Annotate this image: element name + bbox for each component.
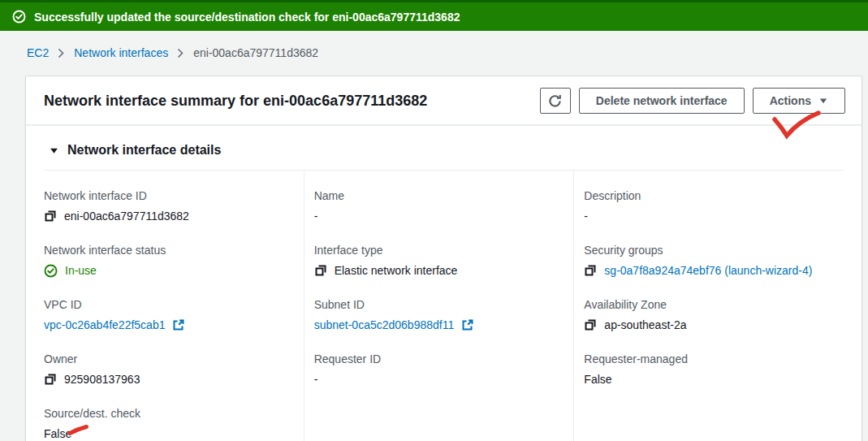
copy-icon[interactable] xyxy=(314,264,327,277)
field-value-row: subnet-0ca5c2d06b988df11 xyxy=(314,316,574,334)
field-value-row: vpc-0c26ab4fe22f5cab1 xyxy=(44,316,304,334)
delete-network-interface-button[interactable]: Delete network interface xyxy=(579,88,745,114)
field-value[interactable]: subnet-0ca5c2d06b988df11 xyxy=(314,316,455,334)
field-label: Network interface ID xyxy=(44,188,304,204)
field-value-row: - xyxy=(584,207,844,225)
field-value[interactable]: vpc-0c26ab4fe22f5cab1 xyxy=(44,316,165,334)
breadcrumb: EC2 Network interfaces eni-00ac6a797711d… xyxy=(27,46,868,59)
field-value: Elastic network interface xyxy=(335,262,458,279)
field-value-row: sg-0a7f8a924a74ebf76 (launch-wizard-4) xyxy=(584,262,844,279)
field-value-row: - xyxy=(314,207,574,225)
breadcrumb-item-current: eni-00ac6a797711d3682 xyxy=(193,46,318,59)
refresh-icon xyxy=(548,94,562,108)
field-description: Description- xyxy=(584,188,844,225)
field-requester-managed: Requester-managedFalse xyxy=(584,351,844,388)
banner-message: Successfully updated the source/destinat… xyxy=(34,11,460,24)
field-value-row: False xyxy=(44,425,304,441)
field-label: Interface type xyxy=(314,242,574,258)
field-value-row: False xyxy=(584,370,844,388)
field-owner: Owner925908137963 xyxy=(44,351,304,388)
breadcrumb-item-network-interfaces[interactable]: Network interfaces xyxy=(74,46,168,59)
field-label: Name xyxy=(314,188,574,204)
field-value-row: ap-southeast-2a xyxy=(584,316,844,334)
field-label: Owner xyxy=(44,351,304,367)
field-subnet-id: Subnet IDsubnet-0ca5c2d06b988df11 xyxy=(314,296,574,334)
actions-button-label: Actions xyxy=(770,94,811,107)
field-value: eni-00ac6a797711d3682 xyxy=(64,207,189,225)
field-value: - xyxy=(314,370,318,388)
field-label: Requester ID xyxy=(314,351,574,367)
panel-header: Network interface summary for eni-00ac6a… xyxy=(26,76,862,126)
field-value-row: In-use xyxy=(44,262,304,279)
field-requester-id: Requester ID- xyxy=(314,351,574,388)
details-column-3: Description-Security groupssg-0a7f8a924a… xyxy=(573,171,844,441)
field-name: Name- xyxy=(314,188,574,225)
field-value[interactable]: sg-0a7f8a924a74ebf76 (launch-wizard-4) xyxy=(604,262,812,279)
field-availability-zone: Availability Zoneap-southeast-2a xyxy=(584,296,844,334)
network-interface-details-section: Network interface details Network interf… xyxy=(26,126,862,441)
network-interface-summary-panel: Network interface summary for eni-00ac6a… xyxy=(25,76,862,441)
field-label: Subnet ID xyxy=(314,296,574,313)
chevron-right-icon xyxy=(177,48,184,58)
breadcrumb-item-ec2[interactable]: EC2 xyxy=(27,46,49,59)
details-section-title: Network interface details xyxy=(67,143,221,158)
status-success-icon xyxy=(44,264,58,278)
success-banner: Successfully updated the source/destinat… xyxy=(0,0,868,31)
field-value: False xyxy=(44,425,71,441)
page-title: Network interface summary for eni-00ac6a… xyxy=(44,93,427,110)
chevron-right-icon xyxy=(58,48,65,58)
field-label: Description xyxy=(584,188,844,204)
field-value-row: Elastic network interface xyxy=(314,262,574,279)
field-vpc-id: VPC IDvpc-0c26ab4fe22f5cab1 xyxy=(44,296,304,334)
external-link-icon[interactable] xyxy=(461,318,474,331)
caret-down-icon xyxy=(818,96,828,106)
field-label: VPC ID xyxy=(44,296,304,313)
field-source-dest-check: Source/dest. checkFalse xyxy=(44,405,304,441)
success-check-circle-icon xyxy=(12,10,26,24)
field-value: In-use xyxy=(65,262,97,279)
refresh-button[interactable] xyxy=(540,88,571,114)
field-network-interface-id: Network interface IDeni-00ac6a797711d368… xyxy=(44,188,304,225)
details-column-1: Network interface IDeni-00ac6a797711d368… xyxy=(44,171,304,441)
external-link-icon[interactable] xyxy=(172,318,185,331)
field-label: Availability Zone xyxy=(584,296,844,313)
field-value: ap-southeast-2a xyxy=(604,316,686,334)
field-value-row: - xyxy=(314,370,574,388)
actions-button[interactable]: Actions xyxy=(753,88,845,114)
triangle-down-icon xyxy=(50,146,58,155)
details-column-2: Name-Interface typeElastic network inter… xyxy=(304,171,574,441)
copy-icon[interactable] xyxy=(44,373,57,386)
field-security-groups: Security groupssg-0a7f8a924a74ebf76 (lau… xyxy=(584,242,844,279)
field-network-interface-status: Network interface statusIn-use xyxy=(44,242,304,279)
details-columns: Network interface IDeni-00ac6a797711d368… xyxy=(44,171,844,441)
delete-button-label: Delete network interface xyxy=(596,94,728,107)
field-label: Network interface status xyxy=(44,242,304,258)
field-label: Source/dest. check xyxy=(44,405,304,422)
field-value-row: eni-00ac6a797711d3682 xyxy=(44,207,304,225)
copy-icon[interactable] xyxy=(584,318,597,331)
field-value: - xyxy=(314,207,318,225)
field-value: False xyxy=(584,370,611,388)
field-label: Requester-managed xyxy=(584,351,844,367)
field-value: 925908137963 xyxy=(64,370,140,388)
field-value: - xyxy=(584,207,588,225)
field-value-row: 925908137963 xyxy=(44,370,304,388)
details-section-header[interactable]: Network interface details xyxy=(50,143,844,158)
copy-icon[interactable] xyxy=(584,264,597,277)
field-label: Security groups xyxy=(584,242,844,258)
field-interface-type: Interface typeElastic network interface xyxy=(314,242,574,279)
header-actions: Delete network interface Actions xyxy=(540,88,845,114)
copy-icon[interactable] xyxy=(44,210,57,223)
